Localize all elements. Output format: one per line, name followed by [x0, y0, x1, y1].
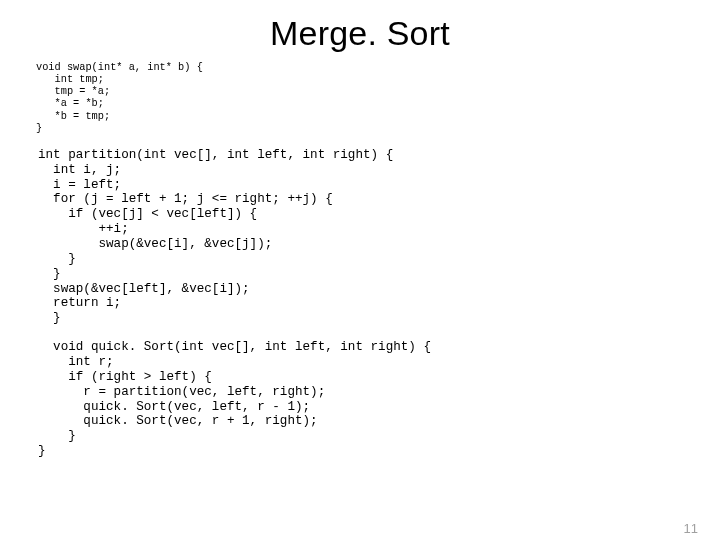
code-quicksort: void quick. Sort(int vec[], int left, in… — [38, 340, 720, 459]
slide: Merge. Sort void swap(int* a, int* b) { … — [0, 14, 720, 540]
code-partition: int partition(int vec[], int left, int r… — [38, 148, 720, 326]
page-number: 11 — [684, 521, 698, 536]
slide-title: Merge. Sort — [0, 14, 720, 53]
code-swap: void swap(int* a, int* b) { int tmp; tmp… — [36, 61, 720, 134]
